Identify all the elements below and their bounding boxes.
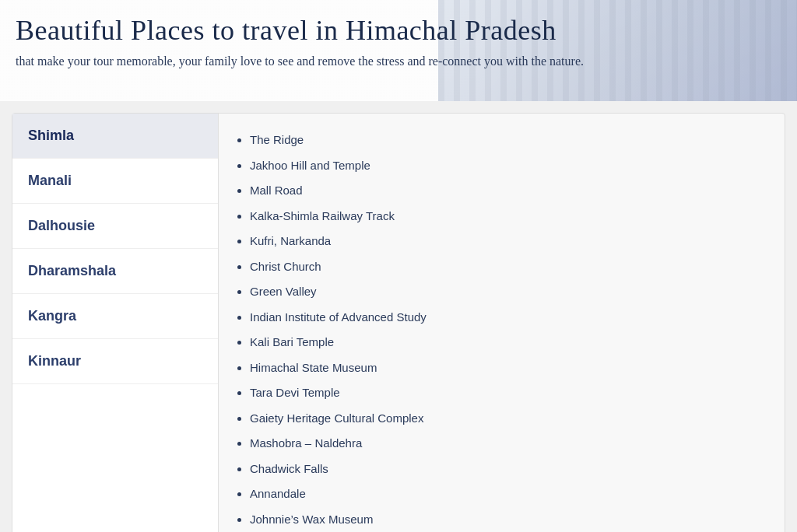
- list-item: Christ Church: [250, 254, 769, 280]
- header-section: Beautiful Places to travel in Himachal P…: [0, 0, 797, 101]
- list-item: Mall Road: [250, 178, 769, 204]
- page-title: Beautiful Places to travel in Himachal P…: [16, 14, 781, 47]
- list-item: Mashobra – Naldehra: [250, 431, 769, 457]
- list-item: Green Valley: [250, 279, 769, 305]
- main-content: ShimlaManaliDalhousieDharamshalaKangraKi…: [0, 101, 797, 532]
- list-item: Kufri, Narkanda: [250, 229, 769, 254]
- content-box: ShimlaManaliDalhousieDharamshalaKangraKi…: [12, 113, 785, 532]
- list-item: Tara Devi Temple: [250, 380, 769, 406]
- sidebar-item-dharamshala[interactable]: Dharamshala: [12, 249, 218, 294]
- list-item: Chadwick Falls: [250, 457, 769, 482]
- list-item: Himachal State Museum: [250, 355, 769, 381]
- page-subtitle: that make your tour memorable, your fami…: [16, 54, 781, 68]
- sidebar-item-manali[interactable]: Manali: [12, 159, 218, 204]
- sidebar-item-kangra[interactable]: Kangra: [12, 294, 218, 339]
- places-list: The RidgeJakhoo Hill and TempleMall Road…: [234, 128, 769, 532]
- list-item: Indian Institute of Advanced Study: [250, 305, 769, 331]
- list-item: Johnnie’s Wax Museum: [250, 507, 769, 533]
- sidebar-item-kinnaur[interactable]: Kinnaur: [12, 339, 218, 384]
- sidebar-item-shimla[interactable]: Shimla: [12, 114, 218, 159]
- list-item: Jakhoo Hill and Temple: [250, 153, 769, 179]
- list-item: Annandale: [250, 481, 769, 507]
- sidebar: ShimlaManaliDalhousieDharamshalaKangraKi…: [12, 114, 219, 532]
- list-item: Kalka-Shimla Railway Track: [250, 204, 769, 229]
- list-item: Kali Bari Temple: [250, 330, 769, 355]
- places-list-section: The RidgeJakhoo Hill and TempleMall Road…: [219, 114, 785, 532]
- list-item: The Ridge: [250, 128, 769, 153]
- list-item: Gaiety Heritage Cultural Complex: [250, 406, 769, 432]
- sidebar-item-dalhousie[interactable]: Dalhousie: [12, 204, 218, 249]
